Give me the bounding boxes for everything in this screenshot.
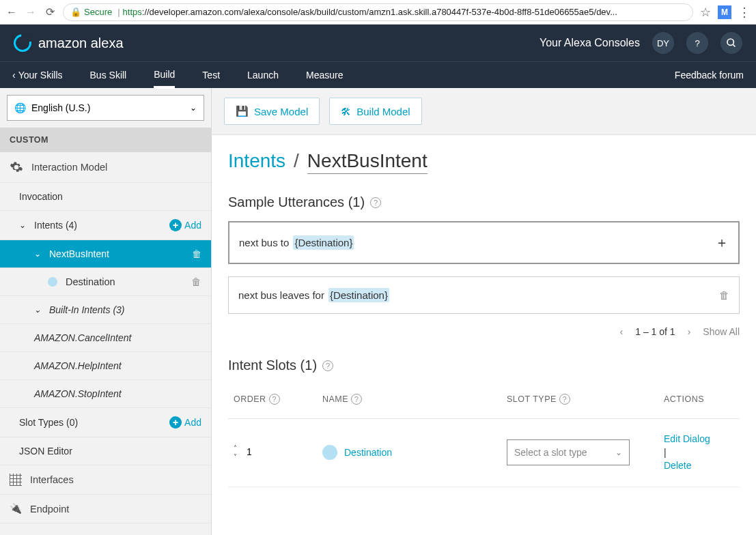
help-icon[interactable]: ? [370, 197, 381, 208]
interfaces-row[interactable]: Interfaces [0, 465, 211, 495]
sidebar-item-nextbusintent[interactable]: ⌄ NextBusIntent 🗑 [0, 240, 211, 268]
custom-section-label: CUSTOM [0, 128, 211, 152]
trash-icon[interactable]: 🗑 [191, 276, 201, 287]
plus-circle-icon: + [169, 219, 182, 231]
gear-icon [10, 160, 23, 174]
col-order: ORDER [234, 394, 266, 404]
sidebar-item-stop-intent[interactable]: AMAZON.StopIntent [0, 380, 211, 408]
build-model-button[interactable]: 🛠 Build Model [329, 98, 421, 125]
trash-icon[interactable]: 🗑 [719, 289, 729, 301]
add-intent-button[interactable]: + Add [169, 219, 201, 231]
utterance-input[interactable]: next bus to {Destination} ＋ [228, 221, 740, 264]
pager-next[interactable]: › [688, 326, 691, 337]
endpoint-label: Endpoint [30, 504, 201, 515]
utterance-slot-token: {Destination} [293, 235, 354, 250]
lock-icon: 🔒 [70, 7, 81, 17]
sidebar: 🌐 English (U.S.) ⌄ CUSTOM Interaction Mo… [0, 88, 212, 535]
your-consoles-link[interactable]: Your Alexa Consoles [540, 37, 640, 49]
trash-icon[interactable]: 🗑 [192, 248, 201, 259]
utterance-text: next bus leaves for [238, 289, 324, 301]
plus-circle-icon: + [169, 416, 182, 429]
help-icon[interactable]: ? [269, 394, 280, 405]
user-avatar[interactable]: DY [652, 32, 674, 54]
slot-type-select[interactable]: Select a slot type ⌄ [507, 439, 630, 465]
tab-measure[interactable]: Measure [306, 70, 343, 81]
intent-slots-table: ORDER ? NAME ? SLOT TYPE ? ACTIONS ˄ ˅ [228, 384, 740, 487]
back-to-skills-link[interactable]: ‹ Your Skills [12, 70, 63, 81]
bookmark-star-icon[interactable]: ☆ [700, 5, 711, 20]
interaction-model-row[interactable]: Interaction Model [0, 152, 211, 183]
forward-button[interactable]: → [25, 6, 37, 18]
grid-icon [10, 474, 22, 486]
search-button[interactable] [720, 32, 742, 54]
edit-dialog-link[interactable]: Edit Dialog [664, 433, 734, 446]
action-separator: | [664, 446, 734, 460]
back-button[interactable]: ← [5, 6, 18, 18]
destination-slot-label: Destination [66, 276, 183, 287]
language-select[interactable]: 🌐 English (U.S.) ⌄ [7, 95, 204, 121]
utterance-text: next bus to [239, 237, 289, 248]
extension-badge[interactable]: M [718, 5, 731, 19]
chevron-down-icon: ⌄ [34, 249, 41, 259]
url-text: https://developer.amazon.com/alexa/conso… [123, 7, 617, 17]
utterance-row[interactable]: next bus leaves for {Destination} 🗑 [228, 276, 740, 314]
help-icon[interactable]: ? [559, 394, 570, 405]
plug-icon: 🔌 [10, 503, 22, 515]
json-editor-row[interactable]: JSON Editor [0, 437, 211, 465]
globe-icon: 🌐 [14, 102, 26, 113]
show-all-link[interactable]: Show All [703, 326, 740, 337]
utterance-slot-token: {Destination} [328, 288, 389, 302]
secure-label: Secure [84, 7, 112, 17]
slot-circle-icon [322, 445, 337, 460]
save-icon: 💾 [236, 105, 249, 117]
address-bar[interactable]: 🔒 Secure | https://developer.amazon.com/… [63, 3, 693, 21]
slot-types-row[interactable]: Slot Types (0) + Add [0, 408, 211, 437]
builtin-label: Built-In Intents (3) [49, 304, 201, 315]
invocation-row[interactable]: Invocation [0, 183, 211, 211]
browser-menu-icon[interactable]: ⋮ [738, 5, 751, 20]
save-model-button[interactable]: 💾 Save Model [224, 98, 320, 125]
tab-build[interactable]: Build [154, 69, 175, 81]
col-name: NAME [322, 394, 348, 404]
brand[interactable]: amazon alexa [14, 34, 124, 52]
sidebar-item-help-intent[interactable]: AMAZON.HelpIntent [0, 352, 211, 380]
app-header: amazon alexa Your Alexa Consoles DY ? [0, 25, 756, 61]
svg-line-1 [733, 44, 735, 46]
chevron-down-icon: ⌄ [19, 220, 26, 230]
pager-range: 1 – 1 of 1 [635, 326, 675, 337]
breadcrumb: Intents / NextBusIntent [228, 150, 740, 174]
tab-bus-skill[interactable]: Bus Skill [90, 70, 127, 81]
chevron-down-icon: ⌄ [615, 448, 622, 457]
delete-slot-link[interactable]: Delete [664, 459, 734, 473]
main-content: 💾 Save Model 🛠 Build Model Intents / Nex… [212, 88, 756, 535]
tab-launch[interactable]: Launch [247, 70, 279, 81]
add-slot-type-button[interactable]: + Add [169, 416, 201, 429]
endpoint-row[interactable]: 🔌 Endpoint [0, 495, 211, 523]
slot-row: ˄ ˅ 1 Destination [228, 419, 740, 487]
intent-name-field[interactable]: NextBusIntent [307, 150, 428, 174]
language-label: English (U.S.) [31, 102, 90, 113]
intents-row[interactable]: ⌄ Intents (4) + Add [0, 211, 211, 240]
sidebar-item-destination-slot[interactable]: Destination 🗑 [0, 268, 211, 296]
chevron-down-icon: ⌄ [34, 305, 41, 315]
chevron-left-icon: ‹ [12, 70, 16, 81]
pager-prev[interactable]: ‹ [620, 326, 624, 337]
add-utterance-button[interactable]: ＋ [715, 233, 729, 252]
breadcrumb-root[interactable]: Intents [228, 150, 285, 172]
reorder-handle[interactable]: ˄ ˅ [234, 444, 237, 461]
model-toolbar: 💾 Save Model 🛠 Build Model [212, 88, 756, 135]
builtin-intents-row[interactable]: ⌄ Built-In Intents (3) [0, 296, 211, 324]
sidebar-item-cancel-intent[interactable]: AMAZON.CancelIntent [0, 324, 211, 352]
brand-text: amazon alexa [38, 35, 124, 51]
help-icon[interactable]: ? [322, 360, 333, 371]
skill-tabs: ‹ Your Skills Bus Skill Build Test Launc… [0, 61, 756, 88]
help-button[interactable]: ? [686, 32, 708, 54]
alexa-logo-icon [10, 31, 35, 55]
slot-name-link[interactable]: Destination [322, 445, 496, 460]
help-icon[interactable]: ? [351, 394, 362, 405]
reload-button[interactable]: ⟳ [44, 6, 56, 18]
feedback-link[interactable]: Feedback forum [675, 70, 744, 81]
tab-test[interactable]: Test [202, 70, 220, 81]
json-editor-label: JSON Editor [19, 446, 201, 457]
intent-slots-heading: Intent Slots (1) ? [228, 358, 740, 373]
